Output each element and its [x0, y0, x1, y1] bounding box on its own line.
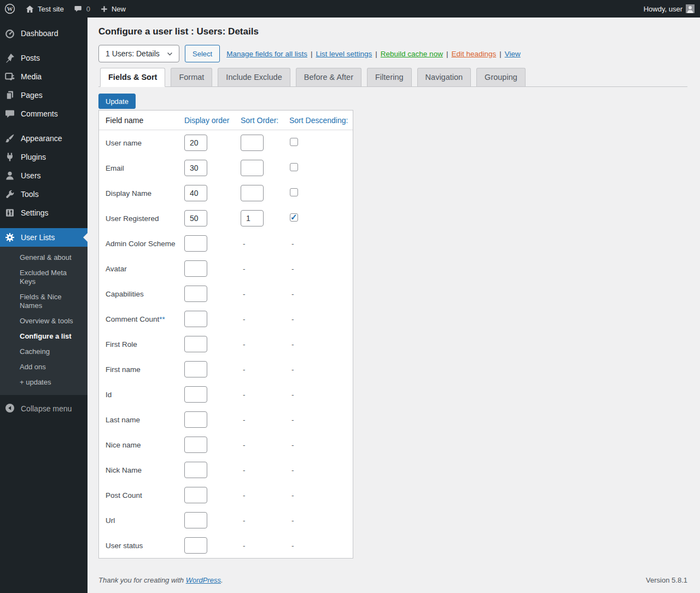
field-name-label: First name — [106, 365, 184, 374]
submenu-item-general-about[interactable]: General & about — [0, 250, 88, 265]
howdy-label: Howdy, user — [644, 5, 682, 13]
brush-icon — [4, 133, 15, 144]
rebuild-cache-link[interactable]: Rebuild cache now — [381, 50, 443, 58]
admin-bar: W Test site 0 New Howdy, user — [0, 0, 700, 18]
collapse-menu-label: Collapse menu — [21, 404, 72, 413]
sidebar-item-users[interactable]: Users — [0, 166, 88, 185]
sidebar-item-media[interactable]: Media — [0, 67, 88, 86]
table-row: Nick Name - - — [99, 457, 353, 482]
tab-navigation[interactable]: Navigation — [417, 68, 471, 86]
sort-order-cell: - — [241, 416, 289, 424]
submenu-item-fields-nice-names[interactable]: Fields & Nice Names — [0, 289, 88, 313]
sort-order-header[interactable]: Sort Order: — [241, 116, 289, 125]
update-button[interactable]: Update — [98, 94, 136, 109]
tab-include-exclude[interactable]: Include Exclude — [218, 68, 290, 86]
table-row: Nice name - - — [99, 432, 353, 457]
sidebar-item-settings[interactable]: Settings — [0, 204, 88, 222]
sort-descending-checkbox[interactable] — [290, 138, 298, 146]
footer: Thank you for creating with WordPress. V… — [98, 576, 687, 584]
display-order-input[interactable] — [184, 286, 207, 302]
display-order-input[interactable] — [184, 135, 207, 151]
sort-order-dash: - — [241, 265, 246, 273]
display-order-input[interactable] — [184, 487, 207, 503]
field-name-label: Comment Count** — [106, 315, 184, 323]
sort-descending-checkbox[interactable] — [290, 163, 298, 171]
wordpress-logo-icon[interactable]: W — [4, 3, 15, 14]
field-name-label: Nick Name — [106, 466, 184, 474]
table-row: Post Count - - — [99, 482, 353, 508]
display-order-header[interactable]: Display order — [184, 116, 241, 125]
sidebar-item-posts[interactable]: Posts — [0, 49, 88, 67]
tab-format[interactable]: Format — [171, 68, 212, 86]
view-link[interactable]: View — [505, 50, 521, 58]
sort-order-cell: - — [241, 315, 289, 323]
sort-order-dash: - — [241, 290, 246, 298]
sidebar-item-dashboard[interactable]: Dashboard — [0, 24, 88, 43]
edit-headings-link[interactable]: Edit headings — [451, 50, 496, 58]
sidebar-item-label: User Lists — [21, 233, 55, 242]
comments-indicator[interactable]: 0 — [74, 4, 90, 14]
display-order-input[interactable] — [184, 386, 207, 403]
sort-order-dash: - — [241, 391, 246, 399]
tab-fields-sort[interactable]: Fields & Sort — [100, 68, 165, 87]
tab-filtering[interactable]: Filtering — [367, 68, 412, 86]
display-order-input[interactable] — [184, 411, 207, 428]
sidebar-item-label: Pages — [21, 91, 43, 100]
sidebar-item-tools[interactable]: Tools — [0, 185, 88, 204]
sort-descending-checkbox[interactable] — [290, 213, 298, 222]
display-order-input[interactable] — [184, 160, 207, 176]
new-button[interactable]: New — [100, 5, 126, 13]
display-order-input[interactable] — [184, 260, 207, 277]
display-order-input[interactable] — [184, 437, 207, 453]
select-button[interactable]: Select — [185, 45, 220, 62]
sidebar-item-plugins[interactable]: Plugins — [0, 148, 88, 166]
site-name-link[interactable]: Test site — [25, 4, 64, 14]
display-order-input[interactable] — [184, 185, 207, 201]
display-order-input[interactable] — [184, 235, 207, 252]
display-order-input[interactable] — [184, 311, 207, 327]
display-order-input[interactable] — [184, 462, 207, 478]
display-order-input[interactable] — [184, 336, 207, 352]
sort-descending-dash: - — [289, 441, 294, 449]
sort-order-input[interactable] — [241, 185, 264, 201]
sort-descending-cell: - — [289, 365, 353, 374]
sort-descending-header[interactable]: Sort Descending: — [289, 116, 353, 125]
sort-descending-dash: - — [289, 466, 294, 474]
sort-order-dash: - — [241, 516, 246, 525]
list-level-settings-link[interactable]: List level settings — [316, 50, 372, 58]
display-order-input[interactable] — [184, 537, 207, 554]
manage-fields-link[interactable]: Manage fields for all lists — [226, 50, 307, 58]
sidebar-item-user-lists[interactable]: User Lists — [0, 228, 88, 247]
tab-before-after[interactable]: Before & After — [296, 68, 361, 86]
comment-bubble-icon — [74, 4, 83, 14]
display-order-input[interactable] — [184, 210, 207, 226]
wordpress-link[interactable]: WordPress — [186, 576, 221, 584]
display-order-input[interactable] — [184, 361, 207, 377]
sort-descending-cell — [289, 213, 353, 223]
collapse-menu-button[interactable]: Collapse menu — [0, 399, 88, 418]
sidebar-item-comments[interactable]: Comments — [0, 104, 88, 123]
sort-descending-checkbox[interactable] — [290, 188, 298, 196]
sort-order-input[interactable] — [241, 210, 264, 226]
wrench-icon — [4, 189, 15, 200]
table-row: Id - - — [99, 382, 353, 407]
submenu-item-configure-a-list[interactable]: Configure a list — [0, 329, 88, 344]
tab-grouping[interactable]: Grouping — [476, 68, 526, 86]
sidebar-item-appearance[interactable]: Appearance — [0, 129, 88, 148]
submenu-item-add-ons[interactable]: Add ons — [0, 359, 88, 375]
sidebar-item-pages[interactable]: Pages — [0, 86, 88, 104]
submenu-item-cacheing[interactable]: Cacheing — [0, 344, 88, 359]
list-select[interactable]: 1 Users: Details — [98, 45, 179, 62]
field-name-label: Nice name — [106, 441, 184, 449]
svg-text:W: W — [7, 5, 13, 12]
table-row: Display Name — [99, 181, 353, 206]
submenu-item-overview-tools[interactable]: Overview & tools — [0, 313, 88, 329]
display-order-cell — [184, 135, 241, 151]
display-order-input[interactable] — [184, 512, 207, 528]
submenu-item-excluded-meta-keys[interactable]: Excluded Meta Keys — [0, 265, 88, 289]
sort-order-input[interactable] — [241, 160, 264, 176]
submenu-item-updates[interactable]: + updates — [0, 375, 88, 390]
sort-order-input[interactable] — [241, 135, 264, 151]
howdy-user-link[interactable]: Howdy, user — [644, 4, 695, 13]
display-order-cell — [184, 260, 241, 277]
